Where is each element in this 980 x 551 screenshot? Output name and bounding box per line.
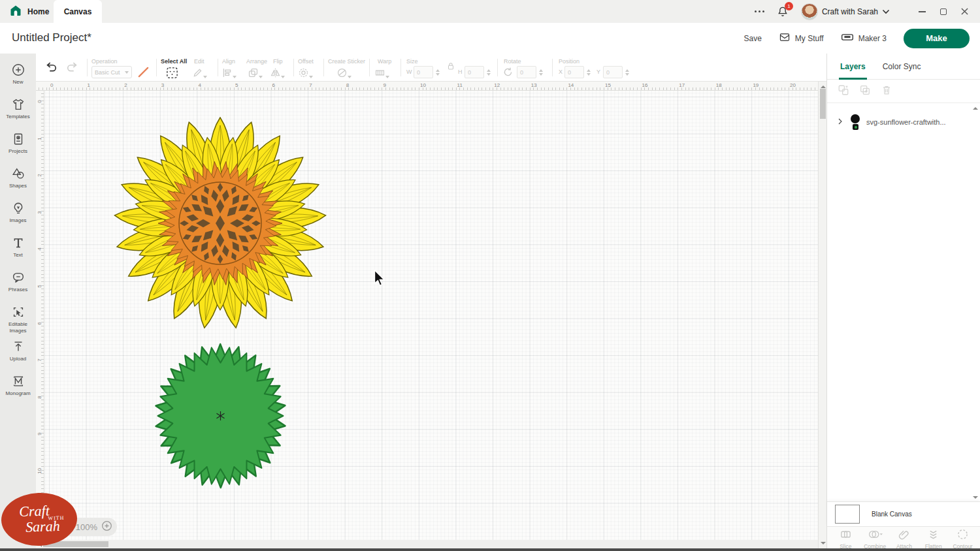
window-close-button[interactable]	[961, 6, 968, 18]
blank-canvas-row[interactable]: Blank Canvas	[827, 501, 980, 526]
more-menu-icon[interactable]	[755, 10, 764, 12]
monogram-icon	[11, 374, 25, 388]
sidebar-item-label: Phrases	[8, 287, 27, 293]
delete-button[interactable]	[881, 84, 892, 99]
select-all-button[interactable]	[166, 67, 178, 82]
left-rail: NewTemplatesProjectsShapesImagesTextPhra…	[0, 54, 36, 548]
scroll-down-icon[interactable]	[973, 496, 978, 501]
sidebar-item-text[interactable]: Text	[0, 232, 36, 266]
layer-thumbnail	[849, 114, 861, 130]
layer-row[interactable]: svg-sunflower-craftwith...	[827, 110, 980, 134]
notifications-button[interactable]: 1	[776, 5, 789, 18]
canvas-color-swatch[interactable]	[835, 505, 860, 524]
flatten-button[interactable]: Flatten	[919, 528, 948, 550]
position-x-input[interactable]: 0	[564, 66, 584, 78]
layer-expand-chevron-icon[interactable]	[836, 116, 844, 128]
sidebar-item-phrases[interactable]: Phrases	[0, 266, 36, 301]
color-swatch[interactable]	[137, 66, 150, 81]
contour-button[interactable]: Contour	[948, 528, 977, 550]
ruler-number: 7	[309, 82, 312, 88]
projects-icon	[11, 132, 25, 146]
lock-icon[interactable]	[446, 61, 455, 73]
position-x-stepper[interactable]	[585, 66, 592, 78]
sidebar-item-upload[interactable]: Upload	[0, 336, 36, 370]
account-menu[interactable]: Craft with Sarah	[801, 3, 890, 20]
leaf-backing-artwork[interactable]	[154, 341, 287, 493]
ruler-number: 9	[383, 82, 385, 88]
position-y-input[interactable]: 0	[603, 66, 623, 78]
rotate-stepper[interactable]	[537, 66, 544, 78]
group-button[interactable]	[838, 84, 849, 99]
combine-button[interactable]: Combine	[860, 528, 890, 550]
chevron-down-icon	[125, 71, 129, 74]
blank-canvas-label: Blank Canvas	[872, 511, 912, 518]
sidebar-item-images[interactable]: Images	[0, 197, 36, 232]
canvas-horizontal-scrollbar[interactable]	[36, 540, 818, 548]
ruler-number: 6	[37, 320, 42, 326]
phrases-icon	[11, 270, 25, 285]
make-button[interactable]: Make	[904, 29, 970, 48]
size-w-input[interactable]: 0	[414, 66, 433, 78]
sunflower-artwork[interactable]	[109, 112, 331, 337]
sidebar-item-label: Projects	[8, 148, 27, 155]
vertical-scroll-thumb[interactable]	[820, 89, 826, 119]
size-h-stepper[interactable]	[485, 66, 492, 78]
ruler-number: 11	[457, 82, 463, 88]
sidebar-item-label: Templates	[6, 114, 29, 120]
ruler-number: 6	[272, 82, 275, 88]
create-sticker-button[interactable]	[336, 67, 351, 81]
machine-selector[interactable]: Maker 3	[841, 32, 887, 44]
attach-button[interactable]: Attach	[890, 528, 919, 550]
canvas-vertical-scrollbar[interactable]	[818, 82, 826, 548]
flip-button[interactable]	[270, 67, 285, 81]
operation-select[interactable]: Basic Cut	[91, 66, 132, 78]
machine-icon	[841, 32, 854, 44]
size-w-stepper[interactable]	[434, 66, 441, 78]
templates-icon	[11, 97, 25, 112]
align-button[interactable]	[221, 67, 237, 81]
layers-list-scrollbar[interactable]	[972, 104, 979, 501]
canvas-area[interactable]: 01234567891011121314151617181920 0123456…	[36, 82, 826, 548]
ruler-number: 13	[531, 82, 537, 88]
sidebar-item-editable-images[interactable]: Editable Images	[0, 301, 36, 336]
sidebar-item-projects[interactable]: Projects	[0, 128, 36, 163]
sidebar-item-templates[interactable]: Templates	[0, 93, 36, 128]
warp-button[interactable]	[374, 67, 389, 81]
sidebar-item-new[interactable]: New	[0, 59, 36, 93]
scroll-down-icon[interactable]	[821, 542, 826, 547]
ruler-number: 0	[50, 82, 53, 88]
window-minimize-button[interactable]	[919, 11, 926, 12]
rotate-input[interactable]: 0	[517, 66, 536, 78]
tab-color-sync[interactable]: Color Sync	[883, 54, 921, 80]
position-y-stepper[interactable]	[623, 66, 630, 78]
duplicate-button[interactable]	[859, 84, 871, 99]
tab-canvas[interactable]: Canvas	[54, 0, 102, 23]
flatten-icon	[927, 528, 939, 543]
home-button[interactable]: Home	[9, 0, 49, 23]
zoom-in-icon[interactable]	[101, 520, 112, 534]
my-stuff-button[interactable]: My Stuff	[779, 32, 824, 44]
scroll-up-icon[interactable]	[821, 83, 826, 88]
tab-layers[interactable]: Layers	[840, 54, 866, 80]
rotate-label: Rotate	[504, 58, 521, 65]
sidebar-item-monogram[interactable]: Monogram	[0, 370, 36, 405]
layers-panel: Layers Color Sync svg-sunflower-craftwit…	[826, 54, 980, 548]
ruler-number: 7	[37, 357, 42, 364]
scroll-up-icon[interactable]	[973, 104, 978, 110]
undo-button[interactable]	[44, 60, 59, 77]
v-ruler: 0123456789101112	[36, 91, 44, 548]
edit-button[interactable]	[192, 67, 207, 81]
window-maximize-button[interactable]	[940, 8, 947, 15]
size-label: Size	[406, 58, 418, 65]
arrange-button[interactable]	[248, 67, 263, 81]
ruler-number: 9	[37, 431, 42, 437]
ruler-number: 4	[198, 82, 201, 88]
offset-button[interactable]	[298, 67, 313, 81]
size-h-input[interactable]: 0	[465, 66, 484, 78]
slice-button[interactable]: Slice	[831, 528, 860, 550]
redo-button[interactable]	[65, 60, 79, 77]
rotate-button[interactable]	[502, 67, 514, 80]
save-button[interactable]: Save	[743, 34, 761, 43]
sidebar-item-shapes[interactable]: Shapes	[0, 163, 36, 197]
sidebar-item-label: New	[12, 79, 23, 86]
